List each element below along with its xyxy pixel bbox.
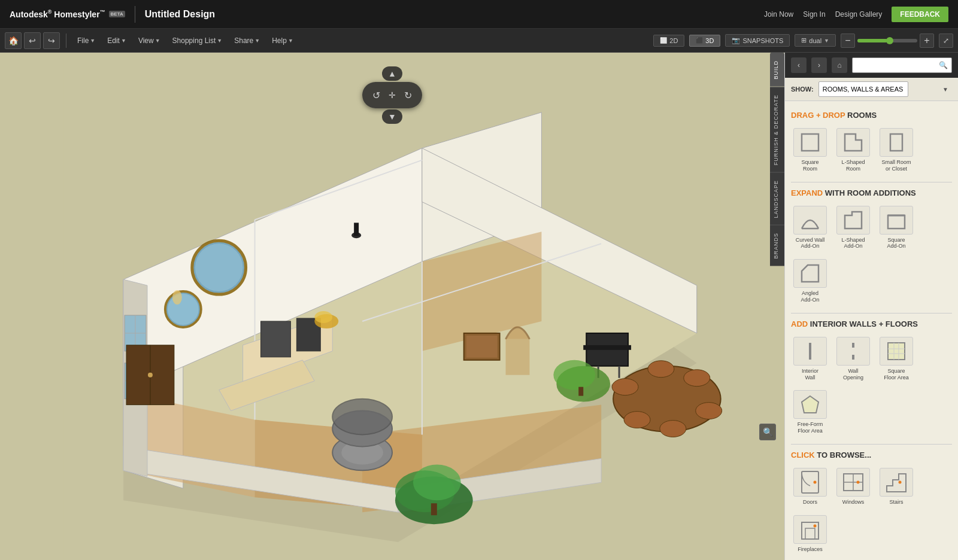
undo-btn[interactable]: ↩ xyxy=(24,32,41,49)
zoom-plus-btn[interactable]: + xyxy=(920,34,934,48)
main-content: ▲ ↺ ✛ ↻ ▼ 🔍 BUILD FURNISH & DECORATE LAN… xyxy=(0,53,958,560)
svg-rect-87 xyxy=(805,528,815,539)
fullscreen-btn[interactable]: ⤢ xyxy=(939,34,953,48)
curved-wall-card[interactable]: Curved WallAdd-On xyxy=(791,203,829,252)
sign-in-link[interactable]: Sign In xyxy=(803,10,825,19)
square-add-label: SquareAdd-On xyxy=(887,237,905,250)
top-bar-right: Join Now Sign In Design Gallery FEEDBACK xyxy=(764,7,948,22)
wall-opening-label: WallOpening xyxy=(843,368,863,381)
interior-wall-icon xyxy=(793,337,827,366)
wall-opening-card[interactable]: WallOpening xyxy=(834,334,872,384)
canvas-area[interactable]: ▲ ↺ ✛ ↻ ▼ 🔍 xyxy=(0,53,784,560)
svg-point-81 xyxy=(814,480,817,483)
help-menu[interactable]: Help ▼ xyxy=(267,34,298,47)
interior-wall-label: InteriorWall xyxy=(802,368,818,381)
svg-point-53 xyxy=(413,464,461,500)
l-shaped-room-card[interactable]: L-ShapedRoom xyxy=(834,126,872,175)
panel-content: DRAG + DROP ROOMS SquareRoom L-ShapedRoo… xyxy=(785,101,958,560)
small-room-label: Small Roomor Closet xyxy=(881,159,911,172)
dual-arrow: ▼ xyxy=(824,38,829,44)
nav-rotate-right-btn[interactable]: ↻ xyxy=(401,87,416,104)
furnish-tab[interactable]: FURNISH & DECORATE xyxy=(770,87,784,172)
panel-back-btn[interactable]: ‹ xyxy=(791,57,807,73)
square-add-card[interactable]: SquareAdd-On xyxy=(877,203,915,252)
dual-icon: ⊞ xyxy=(801,36,807,44)
curved-wall-icon xyxy=(793,206,827,235)
doors-card[interactable]: Doors xyxy=(791,465,829,508)
nav-rotate-left-btn[interactable]: ↺ xyxy=(369,87,384,104)
section-divider-2 xyxy=(791,313,952,314)
square-floor-label: SquareFloor Area xyxy=(884,368,909,381)
share-menu[interactable]: Share ▼ xyxy=(229,34,265,47)
brands-tab[interactable]: BRANDS xyxy=(770,225,784,266)
design-gallery-link[interactable]: Design Gallery xyxy=(835,10,883,19)
nav-up-btn[interactable]: ▲ xyxy=(382,66,402,81)
svg-rect-48 xyxy=(583,345,631,350)
square-room-card[interactable]: SquareRoom xyxy=(791,126,829,175)
show-dropdown-wrapper: ROOMS, WALLS & AREAS FURNITURE FLOORS EV… xyxy=(818,81,952,97)
svg-point-86 xyxy=(899,480,902,483)
join-now-link[interactable]: Join Now xyxy=(764,10,793,19)
stairs-card[interactable]: Stairs xyxy=(877,465,915,508)
svg-rect-69 xyxy=(888,215,905,229)
panel-forward-btn[interactable]: › xyxy=(811,57,827,73)
svg-point-44 xyxy=(696,403,722,419)
canvas-magnifier-btn[interactable]: 🔍 xyxy=(759,424,776,440)
redo-btn[interactable]: ↪ xyxy=(43,32,60,49)
shopping-list-menu[interactable]: Shopping List ▼ xyxy=(168,34,228,47)
freeform-floor-card[interactable]: Free-FormFloor Area xyxy=(791,388,829,437)
panel-search-btn[interactable]: 🔍 xyxy=(939,61,948,69)
browse-section-title: CLICK TO BROWSE... xyxy=(791,451,952,459)
dual-view-btn[interactable]: ⊞ dual ▼ xyxy=(795,34,836,47)
help-menu-arrow: ▼ xyxy=(288,38,293,44)
snapshots-btn[interactable]: 📷 SNAPSHOTS xyxy=(725,34,790,47)
additions-grid: Curved WallAdd-On L-ShapedAdd-On SquareA… xyxy=(791,203,952,306)
panel-search-input[interactable] xyxy=(856,62,939,69)
build-tab[interactable]: BUILD xyxy=(770,53,784,87)
browse-grid: Doors Windows xyxy=(791,465,952,555)
panel-home-btn[interactable]: ⌂ xyxy=(832,57,847,73)
expand-section-title: EXPAND WITH ROOM ADDITIONS xyxy=(791,188,952,197)
l-shaped-room-icon xyxy=(836,128,870,157)
feedback-button[interactable]: FEEDBACK xyxy=(892,7,948,22)
square-add-icon xyxy=(880,206,913,235)
view-menu[interactable]: View ▼ xyxy=(134,34,165,47)
svg-point-42 xyxy=(648,361,674,378)
edit-menu[interactable]: Edit ▼ xyxy=(102,34,131,47)
show-dropdown[interactable]: ROOMS, WALLS & AREAS FURNITURE FLOORS EV… xyxy=(818,81,908,97)
zoom-bar: − + xyxy=(841,34,934,48)
svg-point-41 xyxy=(612,379,638,395)
svg-point-85 xyxy=(857,480,860,483)
angled-add-card[interactable]: AngledAdd-On xyxy=(791,257,829,306)
view-2d-btn[interactable]: ⬜ 2D xyxy=(653,35,684,47)
view-3d-btn[interactable]: ⬛ 3D xyxy=(689,35,720,47)
top-bar: Autodesk® Homestyler™ BETA Untitled Desi… xyxy=(0,0,958,29)
nav-center: ✛ xyxy=(386,88,398,102)
zoom-slider-thumb[interactable] xyxy=(886,37,893,44)
windows-card[interactable]: Windows xyxy=(834,465,872,508)
zoom-slider-track[interactable] xyxy=(857,39,917,42)
right-panel: ‹ › ⌂ 🔍 SHOW: ROOMS, WALLS & AREAS FURNI… xyxy=(784,53,958,560)
landscape-tab[interactable]: LANDSCAPE xyxy=(770,172,784,226)
fireplaces-card[interactable]: Fireplaces xyxy=(791,513,829,555)
svg-point-46 xyxy=(624,412,650,428)
fireplaces-label: Fireplaces xyxy=(798,546,823,553)
l-shaped-add-card[interactable]: L-ShapedAdd-On xyxy=(834,203,872,252)
small-room-card[interactable]: Small Roomor Closet xyxy=(877,126,915,175)
nav-down-btn[interactable]: ▼ xyxy=(382,109,402,124)
svg-point-28 xyxy=(195,244,243,291)
windows-icon xyxy=(836,468,870,497)
svg-point-61 xyxy=(172,290,182,305)
vertical-tabs: BUILD FURNISH & DECORATE LANDSCAPE BRAND… xyxy=(770,53,784,266)
svg-point-56 xyxy=(553,360,595,390)
svg-point-88 xyxy=(814,524,817,527)
fireplaces-icon xyxy=(793,515,827,544)
interior-wall-card[interactable]: InteriorWall xyxy=(791,334,829,384)
3d-icon: ⬛ xyxy=(696,37,703,44)
zoom-minus-btn[interactable]: − xyxy=(841,34,855,48)
file-menu[interactable]: File ▼ xyxy=(72,34,100,47)
angled-add-label: AngledAdd-On xyxy=(801,290,819,303)
square-floor-card[interactable]: SquareFloor Area xyxy=(877,334,915,384)
rooms-grid: SquareRoom L-ShapedRoom Small Roomor Clo… xyxy=(791,126,952,175)
home-tool-btn[interactable]: 🏠 xyxy=(5,32,22,49)
